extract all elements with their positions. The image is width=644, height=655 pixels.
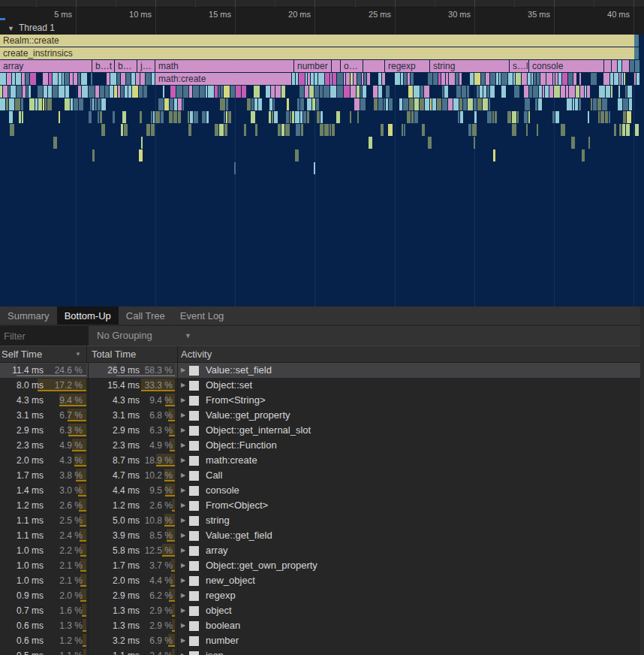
flame-frame-fragment[interactable] [490, 86, 495, 98]
flame-frame-fragment[interactable] [599, 86, 605, 98]
flame-frame-fragment[interactable] [136, 73, 140, 85]
flame-frame-fragment[interactable] [453, 98, 459, 110]
flame-frame-fragment[interactable] [554, 86, 560, 98]
flame-frame-fragment[interactable] [300, 111, 302, 123]
flame-frame-fragment[interactable] [625, 86, 627, 98]
scrollbar-track[interactable] [640, 306, 644, 655]
flame-frame-fragment[interactable] [228, 111, 231, 123]
flame-frame-fragment[interactable] [90, 98, 92, 110]
flame-frame-fragment[interactable] [202, 111, 206, 123]
flame-frame-fragment[interactable] [254, 98, 257, 110]
flame-frame-fragment[interactable] [303, 111, 306, 123]
flame-frame-fragment[interactable] [307, 111, 309, 123]
table-row[interactable]: 1.7 ms3.8 %4.7 ms10.2 %▶Call [0, 468, 644, 483]
flame-frame-fragment[interactable] [462, 86, 466, 98]
flame-frame-fragment[interactable] [360, 98, 366, 110]
flame-frame-fragment[interactable] [74, 73, 77, 85]
flame-frame-fragment[interactable] [74, 98, 78, 110]
flame-frame-fragment[interactable] [35, 98, 38, 110]
flame-frame-fragment[interactable] [470, 73, 474, 85]
flame-frame-fragment[interactable] [612, 60, 617, 72]
flame-frame-fragment[interactable] [53, 73, 58, 85]
flame-frame-fragment[interactable] [19, 111, 21, 123]
flame-frame-fragment[interactable] [378, 86, 382, 98]
flame-frame-fragment[interactable] [320, 111, 323, 123]
table-row[interactable]: 4.3 ms9.4 %4.3 ms9.4 %▶From<String> [0, 393, 644, 408]
flame-frame-fragment[interactable] [533, 86, 538, 98]
flame-frame-fragment[interactable] [474, 111, 477, 123]
flame-frame-fragment[interactable] [513, 73, 515, 85]
flame-frame-fragment[interactable] [101, 124, 105, 136]
flame-frame-fragment[interactable] [91, 73, 92, 85]
flame-frame-fragment[interactable] [446, 73, 448, 85]
flame-frame-fragment[interactable] [332, 60, 340, 72]
flame-frame[interactable]: string [430, 60, 509, 72]
flame-frame-fragment[interactable] [463, 98, 467, 110]
expand-icon[interactable]: ▶ [181, 378, 185, 393]
flame-frame-fragment[interactable] [107, 73, 110, 85]
flame-frame-fragment[interactable] [382, 73, 385, 85]
expand-icon[interactable]: ▶ [181, 483, 185, 498]
flame-frame-fragment[interactable] [45, 98, 47, 110]
flame-frame-fragment[interactable] [200, 86, 205, 98]
flame-frame-fragment[interactable] [408, 86, 413, 98]
flame-frame-fragment[interactable] [524, 111, 528, 123]
flame-frame[interactable]: create_instrinsics [0, 47, 634, 59]
flame-frame-fragment[interactable] [622, 124, 625, 136]
flame-frame-fragment[interactable] [378, 98, 383, 110]
flame-frame-fragment[interactable] [301, 124, 303, 136]
expand-icon[interactable]: ▶ [181, 633, 185, 648]
flame-frame-fragment[interactable] [47, 98, 52, 110]
flame-frame-fragment[interactable] [44, 86, 47, 98]
flame-frame-fragment[interactable] [573, 98, 574, 110]
flame-frame-fragment[interactable] [403, 98, 408, 110]
table-row[interactable]: 1.1 ms2.4 %3.9 ms8.5 %▶Value::get_field [0, 528, 644, 543]
tab-summary[interactable]: Summary [0, 306, 57, 324]
flame-frame-fragment[interactable] [600, 111, 604, 123]
flame-frame-fragment[interactable] [0, 73, 6, 85]
flame-frame-fragment[interactable] [332, 124, 335, 136]
flame-frame[interactable]: b… [115, 60, 137, 72]
flame-frame-fragment[interactable] [569, 86, 575, 98]
flame-frame-fragment[interactable] [424, 86, 429, 98]
flame-frame-fragment[interactable] [582, 149, 585, 161]
flame-frame-fragment[interactable] [618, 98, 622, 110]
flame-frame-fragment[interactable] [474, 137, 475, 149]
flame-frame-fragment[interactable] [317, 111, 320, 123]
flame-frame-fragment[interactable] [188, 124, 191, 136]
flame-frame-fragment[interactable] [414, 111, 418, 123]
flame-frame-fragment[interactable] [9, 98, 14, 110]
expand-icon[interactable]: ▶ [181, 618, 185, 633]
flame-frame-fragment[interactable] [636, 73, 639, 85]
flame-frame-fragment[interactable] [357, 86, 360, 98]
flame-frame-fragment[interactable] [472, 124, 477, 136]
flame-frame-fragment[interactable] [593, 98, 597, 110]
flame-frame-fragment[interactable] [610, 73, 613, 85]
flame-frame-fragment[interactable] [29, 86, 31, 98]
flame-frame-fragment[interactable] [428, 137, 432, 149]
flame-frame-fragment[interactable] [224, 111, 225, 123]
table-row[interactable]: 1.2 ms2.6 %1.2 ms2.6 %▶From<Object> [0, 498, 644, 513]
flame-frame-fragment[interactable] [290, 111, 291, 123]
flame-frame-fragment[interactable] [525, 98, 530, 110]
flame-frame-fragment[interactable] [206, 111, 209, 123]
flame-frame-fragment[interactable] [627, 86, 632, 98]
flame-frame[interactable]: b…t [92, 60, 114, 72]
flame-frame-fragment[interactable] [534, 73, 536, 85]
flame-frame-fragment[interactable] [483, 98, 488, 110]
flame-frame[interactable]: j… [137, 60, 155, 72]
table-row[interactable]: 0.5 ms1.1 %1.1 ms2.4 %▶json [0, 648, 644, 655]
flame-frame-fragment[interactable] [354, 73, 357, 85]
flame-frame-fragment[interactable] [314, 86, 319, 98]
flame-frame-fragment[interactable] [442, 86, 444, 98]
flame-frame-fragment[interactable] [153, 111, 155, 123]
flame-frame-fragment[interactable] [269, 111, 271, 123]
flame-frame-fragment[interactable] [386, 86, 390, 98]
flame-frame-fragment[interactable] [132, 86, 138, 98]
flame-frame-fragment[interactable] [281, 86, 285, 98]
flame-frame-fragment[interactable] [487, 111, 492, 123]
flame-frame-fragment[interactable] [363, 86, 366, 98]
flame-frame-fragment[interactable] [59, 73, 62, 85]
flame-frame-fragment[interactable] [561, 124, 565, 136]
flame-frame-fragment[interactable] [22, 111, 23, 123]
